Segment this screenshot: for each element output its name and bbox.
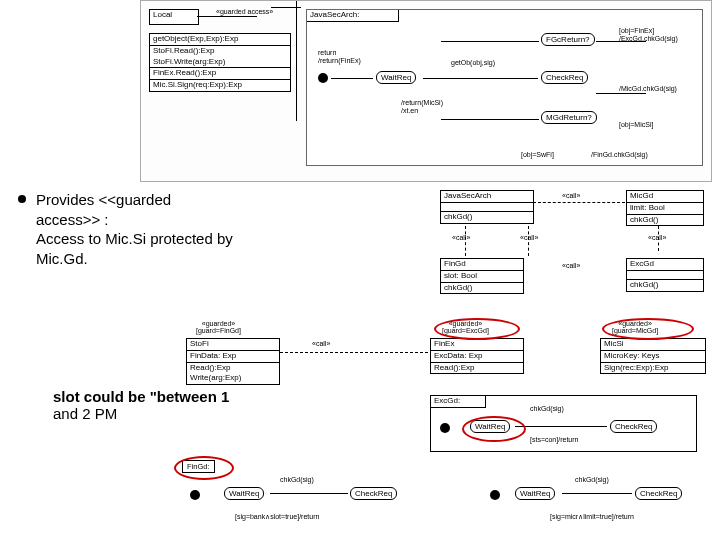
guard-g5: [obj=SwFi]	[521, 151, 554, 158]
body-l1: slot could be "between 1	[53, 388, 229, 405]
return-label-3: /return(MicSi)	[401, 99, 443, 106]
micgd-initial-icon	[490, 490, 500, 500]
checkreq-state: CheckReq	[541, 71, 588, 84]
excgd-op: chkGd()	[627, 279, 703, 291]
jsa-class-title: JavaSecArch	[441, 191, 533, 203]
jsa-title: JavaSecArch:	[307, 10, 399, 22]
guard-g6: /FinGd.chkGd(sig)	[591, 151, 648, 158]
stofi-guarded-tag: «guarded»[guard=FinGd]	[196, 320, 241, 334]
stofi-attr: FinData: Exp	[187, 351, 279, 362]
fingd-title: FinGd	[441, 259, 523, 271]
fingd-checkreq: CheckReq	[350, 487, 397, 500]
call-label-1: «call»	[562, 192, 580, 199]
ops-l5: Mic.Si.Sign(req:Exp):Exp	[150, 79, 290, 91]
excgd-chk: chkGd(sig)	[530, 405, 564, 412]
finex-title: FinEx	[431, 339, 523, 351]
waitreq-state: WaitReq	[376, 71, 416, 84]
stofi-op1: Read():Exp	[187, 362, 279, 374]
fingd-waitreq: WaitReq	[224, 487, 264, 500]
guard-g4: [obj=MicSi]	[619, 121, 653, 128]
ops-box: getObject(Exp,Exp):Exp StoFi.Read():Exp …	[149, 33, 291, 92]
stofi-op2: Write(arg:Exp)	[187, 373, 279, 384]
guard-g2: /ExcGd.chkGd(sig)	[619, 35, 678, 42]
micgd-class: MicGd limit: Bool chkGd()	[626, 190, 704, 226]
micgd-op: chkGd()	[627, 214, 703, 226]
finex-attr: ExcData: Exp	[431, 351, 523, 362]
top-uml-diagram: Local «guarded access» getObject(Exp,Exp…	[140, 0, 712, 182]
excgd-checkreq: CheckReq	[610, 420, 657, 433]
finex-op: Read():Exp	[431, 362, 523, 374]
fingd-sm-title: FinGd:	[182, 460, 215, 473]
finex-guarded-tag: «guarded»[guard=ExcGd]	[442, 320, 489, 334]
fingd-attr: slot: Bool	[441, 271, 523, 282]
fingd-initial-icon	[190, 490, 200, 500]
micgd-waitreq: WaitReq	[515, 487, 555, 500]
bullet-l1: Provides <<guarded	[36, 191, 171, 208]
local-box: Local	[149, 9, 199, 25]
excgd-waitreq: WaitReq	[470, 420, 510, 433]
micgd-checkreq: CheckReq	[635, 487, 682, 500]
micsi-op: Sign(rec:Exp):Exp	[601, 362, 705, 374]
excgd-cond: [sts=con]/return	[530, 436, 578, 443]
bullet-item: Provides <<guarded access>> : Access to …	[18, 190, 278, 268]
micgd-title: MicGd	[627, 191, 703, 203]
micsi-guarded-tag: «guarded»[guard=MicGd]	[612, 320, 658, 334]
ops-l3: StoFi.Write(arg:Exp)	[150, 57, 290, 68]
return-label-2: /return(FinEx)	[318, 57, 361, 64]
fingd-op: chkGd()	[441, 282, 523, 294]
fingd-class: FinGd slot: Bool chkGd()	[440, 258, 524, 294]
excgd-class: ExcGd chkGd()	[626, 258, 704, 292]
jsa-class-op: chkGd()	[441, 211, 533, 223]
finex-class: FinEx ExcData: Exp Read():Exp	[430, 338, 524, 374]
micgd-cond: [sig=micr∧limit=true]/return	[550, 513, 634, 521]
micsi-class: MicSi MicroKey: Keys Sign(rec:Exp):Exp	[600, 338, 706, 374]
mgd-state: MGdReturn?	[541, 111, 597, 124]
call-label-6: «call»	[312, 340, 330, 347]
micsi-title: MicSi	[601, 339, 705, 351]
initial-state-icon	[318, 73, 328, 83]
bullet-l3: Access to Mic.Si protected by	[36, 230, 233, 247]
guard-g3: /MicGd.chkGd(sig)	[619, 85, 677, 92]
bullet-l2: access>> :	[36, 211, 109, 228]
right-uml-diagram: JavaSecArch chkGd() MicGd limit: Bool ch…	[300, 190, 710, 540]
fingd-cond: [sig=bank∧slot=true]/return	[235, 513, 319, 521]
micgd-attr: limit: Bool	[627, 203, 703, 214]
micsi-attr: MicroKey: Keys	[601, 351, 705, 362]
excgd-title: ExcGd	[627, 259, 703, 271]
return-label-4: /xt.en	[401, 107, 418, 114]
micgd-chk: chkGd(sig)	[575, 476, 609, 483]
excgd-sm-title: ExcGd:	[431, 396, 486, 408]
stofi-class: StoFi FinData: Exp Read():Exp Write(arg:…	[186, 338, 280, 385]
jsa-class: JavaSecArch chkGd()	[440, 190, 534, 224]
guard-g1: [obj=FinEx]	[619, 27, 654, 34]
local-label: Local	[150, 10, 198, 21]
excgd-initial-icon	[440, 423, 450, 433]
body-l2: and 2 PM	[53, 405, 117, 422]
bullet-dot-icon	[18, 195, 26, 203]
stofi-title: StoFi	[187, 339, 279, 351]
call-label-5: «call»	[562, 262, 580, 269]
bullet-text: Provides <<guarded access>> : Access to …	[36, 190, 233, 268]
call-label-2: «call»	[452, 234, 470, 241]
ops-l4: FinEx.Read():Exp	[150, 67, 290, 79]
fingd-chk: chkGd(sig)	[280, 476, 314, 483]
fgc-state: FGcReturn?	[541, 33, 595, 46]
body-text: slot could be "between 1 and 2 PM	[18, 388, 278, 422]
return-label-1: return	[318, 49, 336, 56]
ops-l2: StoFi.Read():Exp	[150, 45, 290, 57]
guarded-access-label: «guarded access»	[216, 8, 273, 15]
ops-l1: getObject(Exp,Exp):Exp	[150, 34, 290, 45]
getob-label: getOb(obj,sig)	[451, 59, 495, 66]
bullet-l4: Mic.Gd.	[36, 250, 88, 267]
